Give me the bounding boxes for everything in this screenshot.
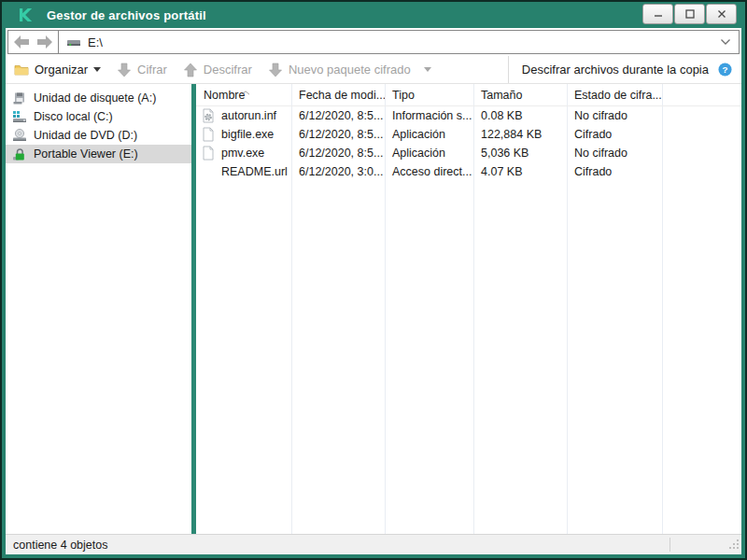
new-encrypted-package-button[interactable]: Nuevo paquete cifrado [268,63,431,77]
forward-arrow-icon [36,35,52,49]
file-modified: 6/12/2020, 3:0... [291,165,385,178]
file-row-bigfile[interactable]: bigfile.exe 6/12/2020, 8:5... Aplicación… [196,125,741,144]
minimize-button[interactable] [642,4,673,24]
drive-sidebar: Unidad de disquete (A:) Disco local (C:)… [6,84,191,534]
window-controls [642,4,737,24]
chevron-down-icon[interactable] [720,38,731,46]
column-header-size[interactable]: Tamaño [473,89,567,102]
new-package-dropdown-icon [424,67,431,72]
back-arrow-icon [14,35,30,49]
drive-label: Portable Viewer (E:) [34,147,138,161]
file-size: 0.08 KB [473,109,567,122]
address-text: E:\ [88,35,103,49]
file-size: 122,884 KB [473,128,567,141]
list-header: Nombre Fecha de modi... Tipo Tamaño Esta… [196,84,741,106]
portable-file-manager-window: Gestor de archivos portátil [0,0,747,560]
sidebar-item-drive-a[interactable]: Unidad de disquete (A:) [6,89,191,107]
close-button[interactable] [706,4,737,24]
file-name: bigfile.exe [221,128,274,141]
drive-icon [66,35,81,49]
file-encryption-status: Cifrado [567,128,662,141]
blank-icon-placeholder [201,164,216,179]
file-size: 4.07 KB [473,165,567,178]
sidebar-item-drive-c[interactable]: Disco local (C:) [6,107,191,126]
file-list: Nombre Fecha de modi... Tipo Tamaño Esta… [196,84,741,534]
column-header-modified[interactable]: Fecha de modi... [291,89,385,102]
resize-grip-icon[interactable] [729,539,740,553]
file-modified: 6/12/2020, 8:5... [291,147,385,160]
close-icon [716,8,727,20]
file-name: pmv.exe [221,147,264,160]
window-title: Gestor de archivos portátil [47,8,206,22]
maximize-icon [684,8,696,20]
file-type: Información s... [385,109,473,122]
file-type: Aplicación [385,147,473,160]
file-encryption-status: Cifrado [567,165,662,178]
column-divider [567,84,568,534]
sort-ascending-icon [241,85,250,98]
maximize-button[interactable] [674,4,705,24]
encrypt-arrow-icon [117,63,132,77]
kaspersky-logo-icon [16,6,35,24]
column-divider [662,84,663,534]
drive-label: Unidad de disquete (A:) [34,91,156,105]
file-modified: 6/12/2020, 8:5... [291,128,385,141]
toolbar-right: Descifrar archivos durante la copia ? [508,56,741,83]
file-encryption-status: No cifrado [567,109,662,122]
organize-button[interactable]: Organizar [14,63,101,77]
back-button[interactable] [14,35,30,49]
file-row-pmv[interactable]: pmv.exe 6/12/2020, 8:5... Aplicación 5,0… [196,144,741,162]
file-row-readme[interactable]: README.url 6/12/2020, 3:0... Acceso dire… [196,162,741,181]
forward-button[interactable] [36,35,52,49]
floppy-drive-icon [12,91,27,105]
status-text: contiene 4 objetos [13,539,107,552]
column-header-encryption-status[interactable]: Estado de cifra... [567,89,662,102]
title-bar: Gestor de archivos portátil [2,2,745,28]
file-modified: 6/12/2020, 8:5... [291,109,385,122]
column-divider [473,84,474,534]
file-name: README.url [221,165,288,178]
nav-arrows [7,30,58,54]
sidebar-item-drive-d[interactable]: Unidad de DVD (D:) [6,126,191,145]
column-header-type[interactable]: Tipo [385,89,473,102]
decrypt-on-copy-label: Descifrar archivos durante la copia [522,63,709,77]
dvd-drive-icon [12,128,27,143]
organize-dropdown-icon [93,67,101,72]
navigation-bar: E:\ [6,28,741,56]
decrypt-button[interactable]: Descifrar [183,63,252,77]
status-bar: contiene 4 objetos [6,534,741,554]
lock-drive-icon [12,147,27,161]
column-divider [385,84,386,534]
sidebar-item-drive-e[interactable]: Portable Viewer (E:) [6,145,191,163]
drive-label: Unidad de DVD (D:) [34,129,137,142]
window-content: E:\ Organizar Cifrar [6,28,741,554]
encrypt-button[interactable]: Cifrar [117,63,167,77]
new-package-label: Nuevo paquete cifrado [289,63,411,77]
folder-icon [14,63,29,77]
file-name: autorun.inf [221,109,276,122]
file-type: Acceso direct... [385,165,473,178]
file-encryption-status: No cifrado [567,147,662,160]
file-size: 5,036 KB [473,147,567,160]
decrypt-label: Descifrar [204,63,252,77]
toolbar: Organizar Cifrar Descifrar Nuevo paque [6,56,741,84]
organize-label: Organizar [35,63,88,77]
column-divider [291,84,292,534]
help-icon[interactable]: ? [718,63,732,77]
hard-drive-icon [12,109,27,124]
generic-file-icon [201,127,216,142]
file-row-autorun[interactable]: autorun.inf 6/12/2020, 8:5... Informació… [196,106,741,125]
svg-text:?: ? [722,64,727,75]
new-package-arrow-icon [268,63,283,77]
file-type: Aplicación [385,128,473,141]
main-area: Unidad de disquete (A:) Disco local (C:)… [6,84,741,534]
setup-info-file-icon [201,108,216,123]
encrypt-label: Cifrar [137,63,167,77]
minimize-icon [653,8,664,20]
address-bar[interactable]: E:\ [58,30,740,54]
decrypt-arrow-icon [183,63,198,77]
generic-file-icon [201,146,216,161]
status-bar-divider [669,538,670,552]
drive-label: Disco local (C:) [34,110,113,123]
